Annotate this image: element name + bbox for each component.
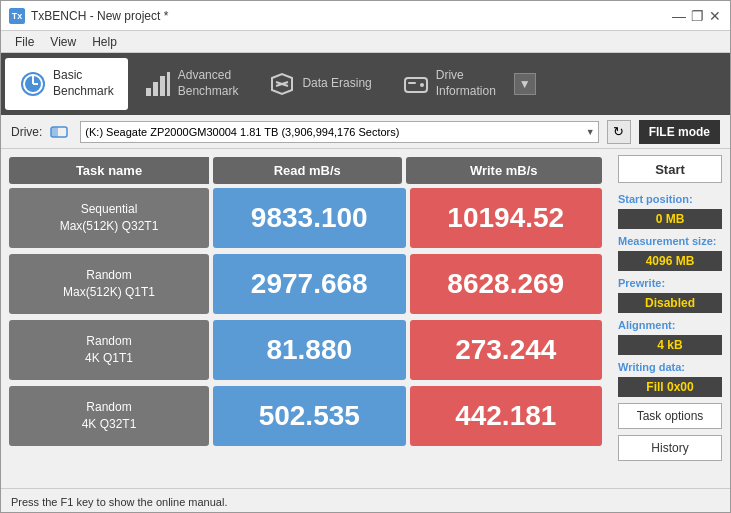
start-button[interactable]: Start [618,155,722,183]
svg-rect-6 [160,76,165,96]
bench-row-1: RandomMax(512K) Q1T1 2977.668 8628.269 [9,254,602,314]
tab-data-erasing[interactable]: Data Erasing [254,58,385,110]
svg-rect-13 [408,82,416,84]
tab-advanced-benchmark-label: AdvancedBenchmark [178,68,239,99]
bench-read-3: 502.535 [213,386,406,446]
title-bar-left: Tx TxBENCH - New project * [9,8,168,24]
bench-write-0: 10194.52 [410,188,603,248]
svg-rect-7 [167,72,170,96]
data-erasing-icon [268,70,296,98]
tab-basic-benchmark[interactable]: BasicBenchmark [5,58,128,110]
svg-rect-5 [153,82,158,96]
status-bar: Press the F1 key to show the online manu… [1,488,730,513]
bench-header: Task name Read mB/s Write mB/s [9,157,602,184]
svg-point-12 [420,83,424,87]
tab-advanced-benchmark[interactable]: AdvancedBenchmark [130,58,253,110]
bench-write-2: 273.244 [410,320,603,380]
bench-write-1: 8628.269 [410,254,603,314]
window-title: TxBENCH - New project * [31,9,168,23]
basic-benchmark-icon [19,70,47,98]
tab-drive-information[interactable]: DriveInformation [388,58,510,110]
bench-read-1: 2977.668 [213,254,406,314]
start-position-label: Start position: [618,193,722,205]
header-write: Write mB/s [406,157,603,184]
drive-information-icon [402,70,430,98]
minimize-button[interactable]: — [672,9,686,23]
benchmark-area: Task name Read mB/s Write mB/s Sequentia… [1,149,610,488]
drive-select-wrapper[interactable]: (K:) Seagate ZP2000GM30004 1.81 TB (3,90… [80,121,598,143]
drive-refresh-button[interactable]: ↻ [607,120,631,144]
bench-write-3: 442.181 [410,386,603,446]
bench-row-0: SequentialMax(512K) Q32T1 9833.100 10194… [9,188,602,248]
writing-data-label: Writing data: [618,361,722,373]
prewrite-label: Prewrite: [618,277,722,289]
bench-row-3: Random4K Q32T1 502.535 442.181 [9,386,602,446]
drive-type-icon [50,125,68,139]
bench-name-0: SequentialMax(512K) Q32T1 [9,188,209,248]
restore-button[interactable]: ❐ [690,9,704,23]
alignment-label: Alignment: [618,319,722,331]
drive-select[interactable]: (K:) Seagate ZP2000GM30004 1.81 TB (3,90… [80,121,598,143]
measurement-size-value: 4096 MB [618,251,722,271]
bench-read-0: 9833.100 [213,188,406,248]
advanced-benchmark-icon [144,70,172,98]
file-mode-button[interactable]: FILE mode [639,120,720,144]
toolbar-dropdown[interactable]: ▼ [514,73,536,95]
prewrite-value: Disabled [618,293,722,313]
task-options-button[interactable]: Task options [618,403,722,429]
right-panel: Start Start position: 0 MB Measurement s… [610,149,730,488]
window-controls: — ❐ ✕ [672,9,722,23]
main-content: Task name Read mB/s Write mB/s Sequentia… [1,149,730,488]
bench-name-1: RandomMax(512K) Q1T1 [9,254,209,314]
status-text: Press the F1 key to show the online manu… [11,496,227,508]
alignment-value: 4 kB [618,335,722,355]
bench-name-3: Random4K Q32T1 [9,386,209,446]
menu-help[interactable]: Help [84,33,125,51]
bench-name-2: Random4K Q1T1 [9,320,209,380]
writing-data-value: Fill 0x00 [618,377,722,397]
header-read: Read mB/s [213,157,402,184]
title-bar: Tx TxBENCH - New project * — ❐ ✕ [1,1,730,31]
measurement-size-label: Measurement size: [618,235,722,247]
svg-rect-4 [146,88,151,96]
menu-file[interactable]: File [7,33,42,51]
drive-label: Drive: [11,125,42,139]
header-task-name: Task name [9,157,209,184]
menu-view[interactable]: View [42,33,84,51]
tab-drive-information-label: DriveInformation [436,68,496,99]
bench-row-2: Random4K Q1T1 81.880 273.244 [9,320,602,380]
drive-bar: Drive: (K:) Seagate ZP2000GM30004 1.81 T… [1,115,730,149]
tab-basic-benchmark-label: BasicBenchmark [53,68,114,99]
toolbar: BasicBenchmark AdvancedBenchmark Data [1,53,730,115]
svg-rect-15 [51,127,58,137]
tab-data-erasing-label: Data Erasing [302,76,371,92]
start-position-value: 0 MB [618,209,722,229]
history-button[interactable]: History [618,435,722,461]
app-icon: Tx [9,8,25,24]
menu-bar: File View Help [1,31,730,53]
bench-read-2: 81.880 [213,320,406,380]
close-button[interactable]: ✕ [708,9,722,23]
